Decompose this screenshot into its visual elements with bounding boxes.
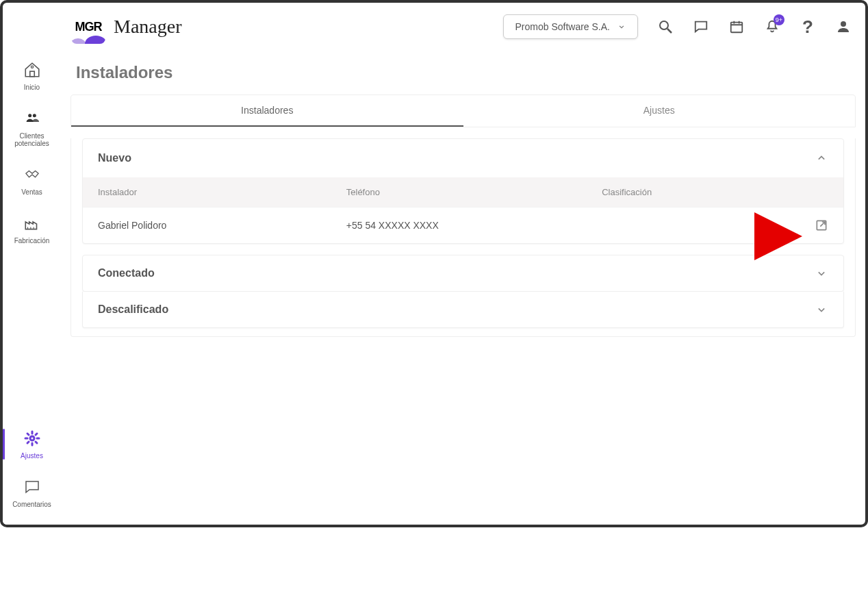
sidebar-item-label: Ajustes xyxy=(21,452,43,460)
open-external-icon[interactable] xyxy=(815,218,828,232)
sidebar: Inicio Clientes potenciales Ventas Fabri… xyxy=(3,51,61,525)
cell-phone: +55 54 XXXXX XXXX xyxy=(346,220,602,231)
handshake-icon xyxy=(23,165,42,184)
notifications-icon[interactable]: 9+ xyxy=(764,18,780,35)
svg-point-2 xyxy=(660,21,668,29)
chat-icon[interactable] xyxy=(693,18,709,35)
section-descalificado: Descalificado xyxy=(82,292,844,328)
tab-ajustes[interactable]: Ajustes xyxy=(463,95,856,127)
svg-point-0 xyxy=(71,38,86,44)
section-conectado-header[interactable]: Conectado xyxy=(83,255,843,291)
svg-point-12 xyxy=(32,114,36,117)
tabs: Instaladores Ajustes xyxy=(71,95,856,127)
section-conectado: Conectado xyxy=(82,255,844,292)
section-title: Nuevo xyxy=(98,152,131,164)
header-icons: 9+ ? xyxy=(657,18,852,35)
col-phone: Teléfono xyxy=(346,187,602,197)
svg-rect-4 xyxy=(731,23,743,33)
app-title: Manager xyxy=(114,16,182,38)
svg-point-10 xyxy=(31,66,33,68)
company-label: Promob Software S.A. xyxy=(515,21,610,32)
sidebar-item-label: Fabricación xyxy=(14,237,50,244)
section-title: Descalificado xyxy=(98,303,168,316)
sidebar-item-comentarios[interactable]: Comentarios xyxy=(3,475,61,511)
svg-point-8 xyxy=(841,21,846,27)
chevron-down-icon xyxy=(617,22,626,32)
sidebar-item-inicio[interactable]: Inicio xyxy=(3,58,61,94)
sidebar-item-label: Clientes potenciales xyxy=(3,132,61,147)
sidebar-item-label: Comentarios xyxy=(12,501,51,508)
table-header: Instalador Teléfono Clasificación xyxy=(83,177,843,207)
sidebar-item-ventas[interactable]: Ventas xyxy=(3,162,61,199)
section-title: Conectado xyxy=(98,267,155,279)
factory-icon xyxy=(23,214,42,233)
app-logo: MGR xyxy=(71,10,105,44)
help-icon[interactable]: ? xyxy=(800,18,816,35)
tab-instaladores[interactable]: Instaladores xyxy=(71,95,463,127)
sidebar-item-fabricacion[interactable]: Fabricación xyxy=(3,211,61,247)
table-row: Gabriel Polidoro +55 54 XXXXX XXXX xyxy=(83,207,843,243)
search-icon[interactable] xyxy=(657,18,674,35)
calendar-icon[interactable] xyxy=(728,18,745,35)
section-nuevo-header[interactable]: Nuevo xyxy=(83,139,843,177)
section-nuevo: Nuevo Instalador Teléfono Clasificación … xyxy=(82,138,844,244)
col-installer: Instalador xyxy=(98,187,346,197)
cell-name: Gabriel Polidoro xyxy=(98,220,346,231)
page-title: Instaladores xyxy=(76,63,856,82)
chevron-up-icon xyxy=(815,151,828,165)
svg-point-1 xyxy=(85,36,105,44)
logo-blob xyxy=(71,33,105,44)
sidebar-item-ajustes[interactable]: Ajustes xyxy=(3,426,61,462)
col-classification: Clasificación xyxy=(602,187,787,197)
section-descalificado-header[interactable]: Descalificado xyxy=(83,292,843,327)
panel: Nuevo Instalador Teléfono Clasificación … xyxy=(71,138,856,337)
sidebar-item-label: Ventas xyxy=(21,188,42,196)
gear-icon xyxy=(23,429,42,448)
svg-point-16 xyxy=(30,436,34,440)
company-selector[interactable]: Promob Software S.A. xyxy=(503,14,638,39)
chevron-down-icon xyxy=(815,266,828,280)
sidebar-item-clientes[interactable]: Clientes potenciales xyxy=(3,106,61,150)
home-icon xyxy=(23,60,42,79)
app-frame: MGR Manager Promob Software S.A. xyxy=(0,0,868,527)
svg-point-11 xyxy=(28,114,31,117)
chevron-down-icon xyxy=(815,303,828,316)
notification-badge: 9+ xyxy=(774,14,784,25)
sidebar-item-label: Inicio xyxy=(24,84,40,91)
logo-text: MGR xyxy=(75,20,102,34)
profile-icon[interactable] xyxy=(835,18,852,35)
comments-icon xyxy=(23,477,42,497)
main-content: Instaladores Instaladores Ajustes Nuevo … xyxy=(61,51,865,525)
svg-rect-9 xyxy=(29,71,34,77)
svg-line-3 xyxy=(667,29,672,33)
header-bar: MGR Manager Promob Software S.A. xyxy=(3,3,865,51)
leads-icon xyxy=(23,109,42,128)
